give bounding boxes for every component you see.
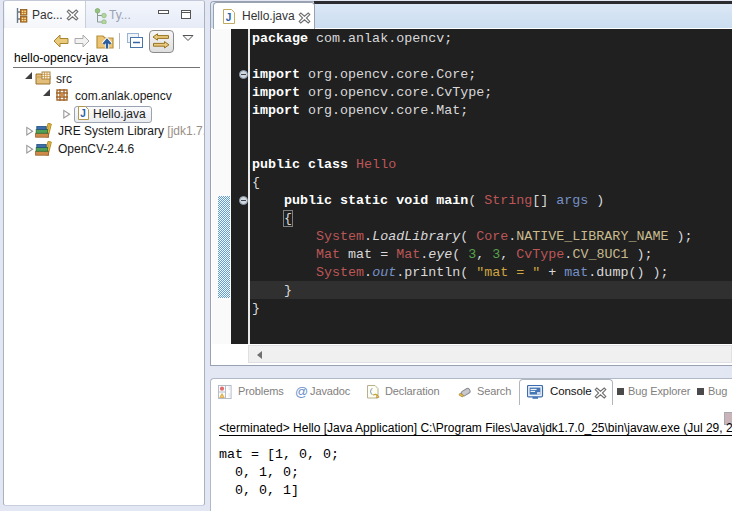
svg-text:J: J <box>80 108 86 119</box>
svg-text:J: J <box>226 12 232 23</box>
